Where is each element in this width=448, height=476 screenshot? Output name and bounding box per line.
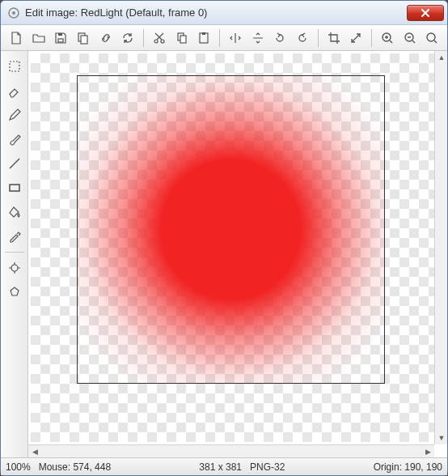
rectangle-icon (7, 181, 22, 195)
new-button[interactable] (6, 28, 27, 49)
resize-button[interactable] (345, 28, 366, 49)
canvas-viewport[interactable]: ▲ ▼ (28, 51, 447, 444)
open-button[interactable] (28, 28, 49, 49)
eraser-icon (7, 83, 22, 98)
refresh-button[interactable] (117, 28, 138, 49)
folder-open-icon (32, 31, 46, 45)
vertical-scrollbar[interactable]: ▲ ▼ (434, 51, 447, 444)
polygon-tool[interactable] (4, 282, 25, 303)
paste-button[interactable] (193, 28, 214, 49)
copy-button[interactable] (171, 28, 192, 49)
crosshair-icon (7, 261, 22, 275)
canvas-area: ▲ ▼ ◀ ▶ (28, 51, 447, 457)
crop-button[interactable] (323, 28, 344, 49)
flip-h-icon (228, 31, 243, 45)
svg-rect-5 (81, 36, 87, 44)
flip-horizontal-button[interactable] (225, 28, 246, 49)
svg-rect-9 (180, 36, 186, 43)
zoom-in-icon (380, 31, 395, 45)
tool-sidebar (1, 51, 28, 457)
eyedropper-tool[interactable] (4, 226, 25, 247)
window-title: Edit image: RedLight (Default, frame 0) (25, 6, 407, 19)
select-tool[interactable] (4, 56, 25, 77)
status-bar: 100% Mouse: 574, 448 381 x 381 PNG-32 Or… (1, 457, 447, 475)
svg-point-14 (427, 33, 435, 41)
status-dimensions: 381 x 381 (199, 461, 242, 473)
zoom-in-button[interactable] (377, 28, 398, 49)
svg-rect-3 (58, 33, 62, 36)
editor-window: Edit image: RedLight (Default, frame 0) (0, 0, 448, 476)
toolbar-separator (219, 29, 220, 47)
eyedropper-icon (7, 229, 22, 244)
rectangle-tool[interactable] (4, 177, 25, 198)
status-format: PNG-32 (250, 461, 285, 473)
zoom-fit-icon (425, 31, 439, 45)
copy-doc-icon (76, 31, 91, 45)
titlebar: Edit image: RedLight (Default, frame 0) (1, 1, 447, 25)
work-area: ▲ ▼ ◀ ▶ (1, 51, 447, 457)
main-toolbar (1, 25, 447, 51)
copy-image-button[interactable] (73, 28, 94, 49)
cut-icon (152, 31, 167, 45)
rotate-ccw-icon (273, 31, 287, 45)
fill-tool[interactable] (4, 202, 25, 223)
close-icon (421, 8, 430, 18)
scroll-left-icon[interactable]: ◀ (28, 445, 41, 458)
tool-separator (5, 252, 24, 253)
flip-vertical-button[interactable] (247, 28, 268, 49)
svg-rect-2 (58, 39, 63, 42)
marquee-icon (7, 59, 22, 74)
crop-icon (327, 31, 341, 45)
link-button[interactable] (95, 28, 116, 49)
svg-point-17 (11, 265, 18, 271)
svg-point-6 (154, 40, 158, 43)
app-icon (7, 6, 20, 19)
svg-rect-11 (202, 32, 205, 35)
svg-point-7 (161, 40, 164, 43)
brush-icon (7, 132, 22, 147)
scroll-track[interactable] (435, 64, 447, 431)
zoom-out-button[interactable] (399, 28, 421, 49)
polygon-icon (7, 285, 22, 300)
rotate-cw-icon (295, 31, 310, 45)
paste-icon (197, 31, 211, 45)
svg-rect-16 (10, 185, 19, 191)
brush-tool[interactable] (4, 129, 25, 150)
hotspot-tool[interactable] (4, 257, 25, 278)
pencil-icon (7, 108, 22, 122)
rotate-cw-button[interactable] (292, 28, 313, 49)
zoom-fit-button[interactable] (421, 28, 442, 49)
scroll-down-icon[interactable]: ▼ (435, 431, 447, 444)
status-mouse: Mouse: 574, 448 (39, 461, 111, 473)
pencil-tool[interactable] (4, 104, 25, 125)
flip-v-icon (251, 31, 265, 45)
toolbar-separator (371, 29, 372, 47)
resize-icon (349, 31, 363, 45)
zoom-out-icon (403, 31, 417, 45)
cut-button[interactable] (149, 28, 170, 49)
svg-point-1 (12, 11, 15, 15)
close-button[interactable] (407, 5, 444, 21)
link-icon (99, 31, 113, 45)
rotate-ccw-button[interactable] (269, 28, 290, 49)
image-content (77, 75, 385, 384)
eraser-tool[interactable] (4, 80, 25, 101)
scroll-track[interactable] (41, 445, 421, 457)
toolbar-separator (143, 29, 144, 47)
copy-icon (175, 31, 189, 45)
line-tool[interactable] (4, 153, 25, 174)
save-button[interactable] (50, 28, 71, 49)
new-file-icon (9, 31, 23, 45)
save-icon (53, 31, 68, 45)
refresh-icon (120, 31, 135, 45)
status-zoom: 100% (6, 461, 31, 473)
line-icon (7, 156, 22, 171)
scroll-up-icon[interactable]: ▲ (435, 51, 447, 64)
scroll-right-icon[interactable]: ▶ (421, 445, 434, 458)
horizontal-scrollbar[interactable]: ◀ ▶ (28, 444, 434, 457)
svg-rect-15 (10, 62, 19, 71)
toolbar-separator (318, 29, 319, 47)
status-origin: Origin: 190, 190 (374, 461, 442, 473)
bucket-icon (7, 205, 22, 219)
